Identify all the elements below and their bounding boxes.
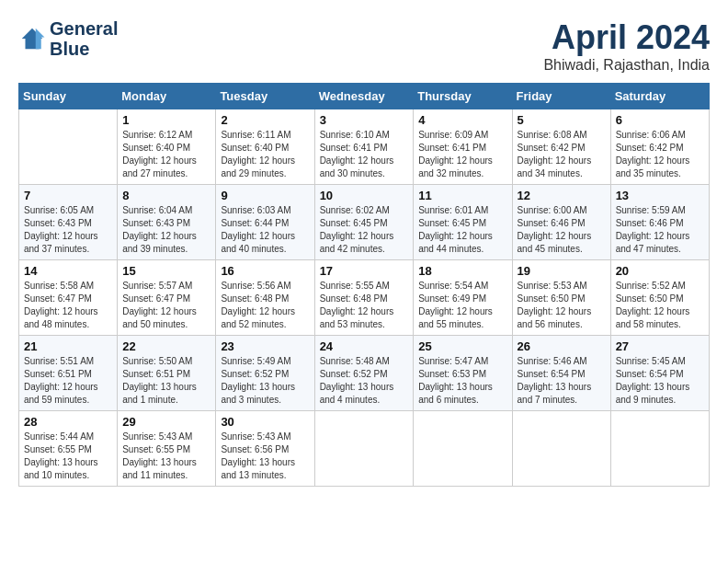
calendar-week-4: 21Sunrise: 5:51 AM Sunset: 6:51 PM Dayli… — [19, 336, 710, 411]
day-number: 19 — [518, 264, 606, 278]
calendar-cell — [314, 411, 414, 487]
day-number: 23 — [221, 339, 309, 353]
day-number: 3 — [320, 113, 409, 127]
weekday-header-wednesday: Wednesday — [314, 84, 414, 109]
day-info: Sunrise: 6:09 AM Sunset: 6:41 PM Dayligh… — [418, 129, 506, 180]
day-info: Sunrise: 5:59 AM Sunset: 6:46 PM Dayligh… — [616, 204, 704, 256]
calendar-cell: 25Sunrise: 5:47 AM Sunset: 6:53 PM Dayli… — [414, 336, 512, 411]
weekday-header-monday: Monday — [118, 84, 216, 109]
day-number: 22 — [122, 339, 210, 353]
calendar-cell: 20Sunrise: 5:52 AM Sunset: 6:50 PM Dayli… — [610, 260, 709, 336]
day-info: Sunrise: 5:47 AM Sunset: 6:53 PM Dayligh… — [418, 355, 506, 407]
day-number: 27 — [616, 339, 704, 353]
day-number: 15 — [122, 264, 210, 278]
calendar-week-2: 7Sunrise: 6:05 AM Sunset: 6:43 PM Daylig… — [19, 185, 710, 260]
calendar-cell: 14Sunrise: 5:58 AM Sunset: 6:47 PM Dayli… — [19, 260, 118, 336]
calendar-cell: 27Sunrise: 5:45 AM Sunset: 6:54 PM Dayli… — [610, 336, 709, 411]
day-info: Sunrise: 6:06 AM Sunset: 6:42 PM Dayligh… — [616, 129, 704, 180]
calendar-cell: 3Sunrise: 6:10 AM Sunset: 6:41 PM Daylig… — [314, 109, 414, 185]
calendar-cell: 13Sunrise: 5:59 AM Sunset: 6:46 PM Dayli… — [610, 185, 709, 260]
calendar-cell: 29Sunrise: 5:43 AM Sunset: 6:55 PM Dayli… — [118, 411, 216, 487]
day-number: 12 — [518, 189, 606, 202]
page-header: General Blue April 2024 Bhiwadi, Rajasth… — [18, 18, 710, 74]
day-number: 20 — [616, 264, 704, 278]
calendar-cell: 8Sunrise: 6:04 AM Sunset: 6:43 PM Daylig… — [118, 185, 216, 260]
day-number: 9 — [221, 189, 309, 202]
day-info: Sunrise: 6:03 AM Sunset: 6:44 PM Dayligh… — [221, 204, 309, 256]
location: Bhiwadi, Rajasthan, India — [543, 57, 710, 74]
day-info: Sunrise: 5:43 AM Sunset: 6:56 PM Dayligh… — [221, 431, 309, 482]
calendar-header-row: SundayMondayTuesdayWednesdayThursdayFrid… — [19, 84, 710, 109]
day-number: 25 — [418, 339, 506, 353]
day-number: 30 — [221, 415, 309, 429]
day-info: Sunrise: 5:45 AM Sunset: 6:54 PM Dayligh… — [616, 355, 704, 407]
day-info: Sunrise: 6:12 AM Sunset: 6:40 PM Dayligh… — [122, 129, 210, 180]
day-number: 17 — [320, 264, 409, 278]
day-info: Sunrise: 6:00 AM Sunset: 6:46 PM Dayligh… — [518, 204, 606, 256]
calendar-cell: 6Sunrise: 6:06 AM Sunset: 6:42 PM Daylig… — [610, 109, 709, 185]
calendar-cell: 21Sunrise: 5:51 AM Sunset: 6:51 PM Dayli… — [19, 336, 118, 411]
calendar-week-5: 28Sunrise: 5:44 AM Sunset: 6:55 PM Dayli… — [19, 411, 710, 487]
weekday-header-sunday: Sunday — [19, 84, 118, 109]
day-info: Sunrise: 5:54 AM Sunset: 6:49 PM Dayligh… — [418, 280, 506, 331]
day-number: 13 — [616, 189, 704, 202]
day-info: Sunrise: 6:02 AM Sunset: 6:45 PM Dayligh… — [320, 204, 409, 256]
day-number: 1 — [122, 113, 210, 127]
day-number: 4 — [418, 113, 506, 127]
day-info: Sunrise: 5:48 AM Sunset: 6:52 PM Dayligh… — [320, 355, 409, 407]
day-info: Sunrise: 5:43 AM Sunset: 6:55 PM Dayligh… — [122, 431, 210, 482]
day-info: Sunrise: 6:08 AM Sunset: 6:42 PM Dayligh… — [518, 129, 606, 180]
day-info: Sunrise: 6:05 AM Sunset: 6:43 PM Dayligh… — [24, 204, 112, 256]
day-number: 8 — [122, 189, 210, 202]
day-number: 7 — [24, 189, 112, 202]
day-number: 10 — [320, 189, 409, 202]
calendar-cell: 15Sunrise: 5:57 AM Sunset: 6:47 PM Dayli… — [118, 260, 216, 336]
day-info: Sunrise: 5:46 AM Sunset: 6:54 PM Dayligh… — [518, 355, 606, 407]
logo-text: General Blue — [50, 18, 118, 59]
calendar-cell: 26Sunrise: 5:46 AM Sunset: 6:54 PM Dayli… — [512, 336, 610, 411]
weekday-header-thursday: Thursday — [414, 84, 512, 109]
calendar-cell: 18Sunrise: 5:54 AM Sunset: 6:49 PM Dayli… — [414, 260, 512, 336]
day-info: Sunrise: 5:55 AM Sunset: 6:48 PM Dayligh… — [320, 280, 409, 331]
calendar-week-1: 1Sunrise: 6:12 AM Sunset: 6:40 PM Daylig… — [19, 109, 710, 185]
calendar-cell: 22Sunrise: 5:50 AM Sunset: 6:51 PM Dayli… — [118, 336, 216, 411]
day-info: Sunrise: 6:11 AM Sunset: 6:40 PM Dayligh… — [221, 129, 309, 180]
calendar-table: SundayMondayTuesdayWednesdayThursdayFrid… — [18, 83, 710, 487]
calendar-cell — [19, 109, 118, 185]
calendar-cell: 24Sunrise: 5:48 AM Sunset: 6:52 PM Dayli… — [314, 336, 414, 411]
day-number: 21 — [24, 339, 112, 353]
weekday-header-tuesday: Tuesday — [216, 84, 314, 109]
day-info: Sunrise: 5:50 AM Sunset: 6:51 PM Dayligh… — [122, 355, 210, 407]
day-number: 26 — [518, 339, 606, 353]
calendar-cell: 30Sunrise: 5:43 AM Sunset: 6:56 PM Dayli… — [216, 411, 314, 487]
calendar-cell: 1Sunrise: 6:12 AM Sunset: 6:40 PM Daylig… — [118, 109, 216, 185]
day-number: 2 — [221, 113, 309, 127]
calendar-cell: 23Sunrise: 5:49 AM Sunset: 6:52 PM Dayli… — [216, 336, 314, 411]
calendar-cell: 7Sunrise: 6:05 AM Sunset: 6:43 PM Daylig… — [19, 185, 118, 260]
month-year: April 2024 — [543, 18, 710, 57]
day-info: Sunrise: 6:10 AM Sunset: 6:41 PM Dayligh… — [320, 129, 409, 180]
calendar-cell: 28Sunrise: 5:44 AM Sunset: 6:55 PM Dayli… — [19, 411, 118, 487]
day-info: Sunrise: 5:58 AM Sunset: 6:47 PM Dayligh… — [24, 280, 112, 331]
day-info: Sunrise: 5:44 AM Sunset: 6:55 PM Dayligh… — [24, 431, 112, 482]
day-number: 14 — [24, 264, 112, 278]
day-number: 6 — [616, 113, 704, 127]
day-info: Sunrise: 5:53 AM Sunset: 6:50 PM Dayligh… — [518, 280, 606, 331]
day-info: Sunrise: 5:56 AM Sunset: 6:48 PM Dayligh… — [221, 280, 309, 331]
calendar-cell — [414, 411, 512, 487]
weekday-header-friday: Friday — [512, 84, 610, 109]
day-number: 11 — [418, 189, 506, 202]
calendar-week-3: 14Sunrise: 5:58 AM Sunset: 6:47 PM Dayli… — [19, 260, 710, 336]
day-info: Sunrise: 5:52 AM Sunset: 6:50 PM Dayligh… — [616, 280, 704, 331]
logo: General Blue — [18, 18, 118, 59]
calendar-cell: 4Sunrise: 6:09 AM Sunset: 6:41 PM Daylig… — [414, 109, 512, 185]
calendar-cell — [512, 411, 610, 487]
day-info: Sunrise: 5:51 AM Sunset: 6:51 PM Dayligh… — [24, 355, 112, 407]
day-number: 28 — [24, 415, 112, 429]
calendar-cell: 11Sunrise: 6:01 AM Sunset: 6:45 PM Dayli… — [414, 185, 512, 260]
day-info: Sunrise: 5:49 AM Sunset: 6:52 PM Dayligh… — [221, 355, 309, 407]
calendar-cell: 19Sunrise: 5:53 AM Sunset: 6:50 PM Dayli… — [512, 260, 610, 336]
day-number: 18 — [418, 264, 506, 278]
calendar-cell: 2Sunrise: 6:11 AM Sunset: 6:40 PM Daylig… — [216, 109, 314, 185]
calendar-cell: 9Sunrise: 6:03 AM Sunset: 6:44 PM Daylig… — [216, 185, 314, 260]
